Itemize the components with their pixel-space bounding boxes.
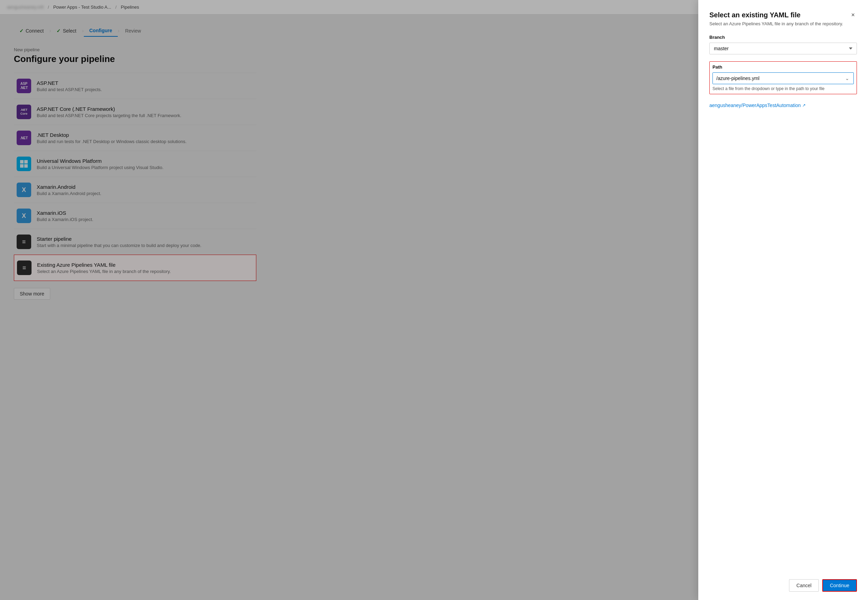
modal-panel: Select an existing YAML file × Select an…: [698, 0, 868, 600]
modal-close-button[interactable]: ×: [849, 11, 857, 19]
modal-overlay: Select an existing YAML file × Select an…: [0, 0, 868, 600]
path-input[interactable]: [713, 73, 841, 84]
modal-subtitle: Select an Azure Pipelines YAML file in a…: [709, 21, 857, 26]
path-hint: Select a file from the dropdown or type …: [712, 86, 854, 91]
modal-footer: Cancel Continue: [709, 572, 857, 592]
path-chevron-icon[interactable]: ⌄: [841, 73, 853, 84]
path-label: Path: [712, 64, 854, 70]
branch-form-group: Branch master main develop: [709, 35, 857, 55]
path-form-group: Path ⌄ Select a file from the dropdown o…: [709, 61, 857, 94]
branch-select[interactable]: master main develop: [709, 42, 857, 55]
path-input-wrapper: ⌄: [712, 73, 854, 84]
cancel-button[interactable]: Cancel: [789, 579, 819, 592]
modal-title: Select an existing YAML file: [709, 11, 800, 19]
modal-header: Select an existing YAML file ×: [709, 11, 857, 19]
repo-link[interactable]: aengusheaney/PowerAppsTestAutomation ↗: [709, 103, 857, 108]
branch-label: Branch: [709, 35, 857, 40]
continue-button[interactable]: Continue: [822, 579, 857, 592]
repo-link-text: aengusheaney/PowerAppsTestAutomation: [709, 103, 801, 108]
external-link-icon: ↗: [802, 103, 806, 108]
